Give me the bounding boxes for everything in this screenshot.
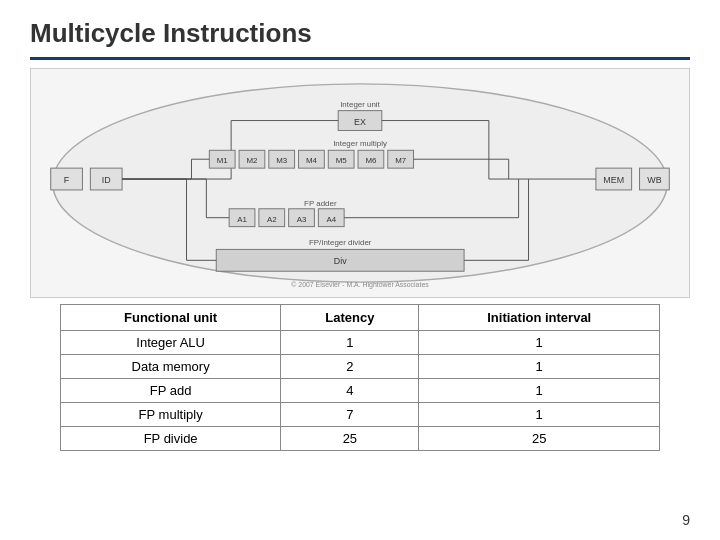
svg-text:EX: EX — [354, 117, 366, 127]
table-row: FP add41 — [61, 379, 660, 403]
title-underline — [30, 57, 690, 60]
svg-text:M6: M6 — [365, 156, 377, 165]
slide-container: Multicycle Instructions F ID MEM WB Inte… — [0, 0, 720, 540]
diagram-svg: F ID MEM WB Integer unit EX Integer mult… — [31, 69, 689, 297]
svg-text:ID: ID — [102, 175, 111, 185]
svg-text:A3: A3 — [297, 215, 307, 224]
table-row: FP divide2525 — [61, 427, 660, 451]
svg-text:Div: Div — [334, 256, 347, 266]
svg-text:Integer multiply: Integer multiply — [333, 139, 387, 148]
svg-text:WB: WB — [647, 175, 661, 185]
svg-text:MEM: MEM — [603, 175, 624, 185]
page-number: 9 — [682, 512, 690, 528]
svg-text:F: F — [64, 175, 70, 185]
svg-text:M2: M2 — [246, 156, 257, 165]
svg-text:FP/Integer divider: FP/Integer divider — [309, 238, 372, 247]
svg-text:M7: M7 — [395, 156, 406, 165]
table-row: Integer ALU11 — [61, 331, 660, 355]
svg-text:M4: M4 — [306, 156, 318, 165]
svg-text:M3: M3 — [276, 156, 288, 165]
svg-text:Integer unit: Integer unit — [340, 100, 380, 109]
svg-text:© 2007 Elsevier - M.A. Hightow: © 2007 Elsevier - M.A. Hightower Associa… — [291, 281, 429, 289]
svg-text:M5: M5 — [336, 156, 348, 165]
svg-text:A1: A1 — [237, 215, 247, 224]
pipeline-diagram: F ID MEM WB Integer unit EX Integer mult… — [30, 68, 690, 298]
table-row: FP multiply71 — [61, 403, 660, 427]
table-row: Data memory21 — [61, 355, 660, 379]
title-bar: Multicycle Instructions — [0, 0, 720, 57]
svg-text:FP adder: FP adder — [304, 199, 337, 208]
svg-text:A2: A2 — [267, 215, 277, 224]
page-title: Multicycle Instructions — [30, 18, 690, 49]
table-area: Functional unit Latency Initiation inter… — [30, 304, 690, 451]
col-header-unit: Functional unit — [61, 305, 281, 331]
svg-text:A4: A4 — [326, 215, 336, 224]
col-header-latency: Latency — [281, 305, 419, 331]
functional-unit-table: Functional unit Latency Initiation inter… — [60, 304, 660, 451]
svg-text:M1: M1 — [217, 156, 229, 165]
col-header-interval: Initiation interval — [419, 305, 660, 331]
